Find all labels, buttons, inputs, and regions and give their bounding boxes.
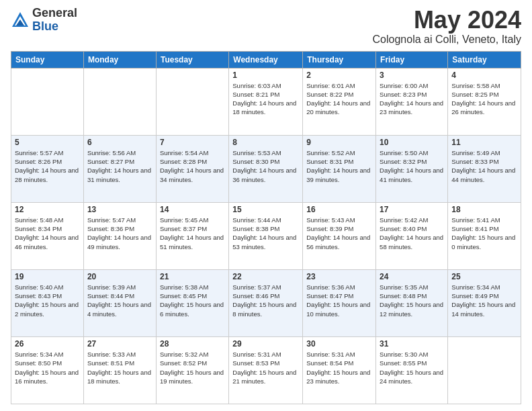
day-info: Sunrise: 5:58 AM Sunset: 8:25 PM Dayligh… [451, 81, 517, 117]
col-saturday: Saturday [448, 51, 521, 68]
calendar-cell: 27Sunrise: 5:33 AM Sunset: 8:51 PM Dayli… [83, 336, 156, 404]
calendar-cell [83, 68, 156, 135]
day-number: 1 [232, 71, 299, 80]
calendar-cell: 12Sunrise: 5:48 AM Sunset: 8:34 PM Dayli… [11, 202, 84, 269]
day-number: 4 [451, 71, 517, 80]
day-number: 2 [306, 71, 372, 80]
calendar-cell: 17Sunrise: 5:42 AM Sunset: 8:40 PM Dayli… [376, 202, 448, 269]
calendar-cell: 28Sunrise: 5:32 AM Sunset: 8:52 PM Dayli… [156, 336, 228, 404]
day-number: 16 [306, 205, 372, 214]
month-title: May 2024 [373, 7, 521, 34]
calendar-cell [11, 68, 84, 135]
calendar-cell: 20Sunrise: 5:39 AM Sunset: 8:44 PM Dayli… [83, 269, 156, 336]
col-monday: Monday [83, 51, 156, 68]
day-info: Sunrise: 5:37 AM Sunset: 8:46 PM Dayligh… [232, 283, 299, 318]
day-number: 25 [451, 272, 517, 281]
calendar-cell: 6Sunrise: 5:56 AM Sunset: 8:27 PM Daylig… [83, 135, 156, 202]
day-info: Sunrise: 5:32 AM Sunset: 8:52 PM Dayligh… [160, 350, 225, 385]
day-info: Sunrise: 5:33 AM Sunset: 8:51 PM Dayligh… [87, 350, 152, 385]
logo-blue: Blue [32, 20, 77, 34]
day-number: 7 [160, 138, 225, 147]
calendar-cell: 25Sunrise: 5:34 AM Sunset: 8:49 PM Dayli… [448, 269, 521, 336]
day-info: Sunrise: 6:00 AM Sunset: 8:23 PM Dayligh… [380, 81, 444, 117]
calendar-cell: 11Sunrise: 5:49 AM Sunset: 8:33 PM Dayli… [448, 135, 521, 202]
day-info: Sunrise: 5:30 AM Sunset: 8:55 PM Dayligh… [380, 350, 444, 385]
calendar-cell: 14Sunrise: 5:45 AM Sunset: 8:37 PM Dayli… [156, 202, 228, 269]
calendar-cell: 15Sunrise: 5:44 AM Sunset: 8:38 PM Dayli… [229, 202, 303, 269]
day-number: 27 [87, 339, 152, 349]
calendar-cell: 31Sunrise: 5:30 AM Sunset: 8:55 PM Dayli… [376, 336, 448, 404]
day-info: Sunrise: 6:03 AM Sunset: 8:21 PM Dayligh… [232, 81, 299, 117]
day-number: 3 [380, 71, 444, 80]
calendar-week-row: 1Sunrise: 6:03 AM Sunset: 8:21 PM Daylig… [11, 68, 521, 135]
day-number: 20 [87, 272, 152, 281]
calendar-cell [448, 336, 521, 404]
day-info: Sunrise: 5:36 AM Sunset: 8:47 PM Dayligh… [306, 283, 372, 318]
calendar-cell: 2Sunrise: 6:01 AM Sunset: 8:22 PM Daylig… [303, 68, 376, 135]
title-block: May 2024 Colognola ai Colli, Veneto, Ita… [373, 7, 521, 46]
calendar-cell: 5Sunrise: 5:57 AM Sunset: 8:26 PM Daylig… [11, 135, 84, 202]
day-info: Sunrise: 5:54 AM Sunset: 8:28 PM Dayligh… [160, 148, 225, 184]
calendar-week-row: 12Sunrise: 5:48 AM Sunset: 8:34 PM Dayli… [11, 202, 521, 269]
calendar-cell: 9Sunrise: 5:52 AM Sunset: 8:31 PM Daylig… [303, 135, 376, 202]
day-info: Sunrise: 5:42 AM Sunset: 8:40 PM Dayligh… [380, 216, 444, 251]
day-info: Sunrise: 5:53 AM Sunset: 8:30 PM Dayligh… [232, 148, 299, 184]
calendar-cell: 30Sunrise: 5:31 AM Sunset: 8:54 PM Dayli… [303, 336, 376, 404]
calendar-cell: 10Sunrise: 5:50 AM Sunset: 8:32 PM Dayli… [376, 135, 448, 202]
calendar-cell: 18Sunrise: 5:41 AM Sunset: 8:41 PM Dayli… [448, 202, 521, 269]
calendar-cell: 19Sunrise: 5:40 AM Sunset: 8:43 PM Dayli… [11, 269, 84, 336]
calendar-cell: 21Sunrise: 5:38 AM Sunset: 8:45 PM Dayli… [156, 269, 228, 336]
day-number: 31 [380, 339, 444, 349]
col-wednesday: Wednesday [229, 51, 303, 68]
header: General Blue May 2024 Colognola ai Colli… [11, 7, 521, 46]
location-title: Colognola ai Colli, Veneto, Italy [373, 34, 521, 46]
logo-icon [11, 11, 30, 30]
day-info: Sunrise: 5:57 AM Sunset: 8:26 PM Dayligh… [15, 148, 80, 184]
header-row: Sunday Monday Tuesday Wednesday Thursday… [11, 51, 521, 68]
day-info: Sunrise: 5:48 AM Sunset: 8:34 PM Dayligh… [15, 216, 80, 251]
day-info: Sunrise: 5:49 AM Sunset: 8:33 PM Dayligh… [451, 148, 517, 184]
logo-text: General Blue [32, 7, 77, 34]
calendar-body: 1Sunrise: 6:03 AM Sunset: 8:21 PM Daylig… [11, 68, 521, 404]
calendar-cell: 8Sunrise: 5:53 AM Sunset: 8:30 PM Daylig… [229, 135, 303, 202]
day-number: 18 [451, 205, 517, 214]
calendar-cell: 26Sunrise: 5:34 AM Sunset: 8:50 PM Dayli… [11, 336, 84, 404]
day-number: 23 [306, 272, 372, 281]
calendar-cell: 3Sunrise: 6:00 AM Sunset: 8:23 PM Daylig… [376, 68, 448, 135]
calendar-cell [156, 68, 228, 135]
day-number: 5 [15, 138, 80, 147]
day-number: 30 [306, 339, 372, 349]
day-number: 26 [15, 339, 80, 349]
day-info: Sunrise: 5:52 AM Sunset: 8:31 PM Dayligh… [306, 148, 372, 184]
day-number: 8 [232, 138, 299, 147]
col-sunday: Sunday [11, 51, 84, 68]
day-number: 10 [380, 138, 444, 147]
day-number: 19 [15, 272, 80, 281]
calendar-week-row: 26Sunrise: 5:34 AM Sunset: 8:50 PM Dayli… [11, 336, 521, 404]
day-info: Sunrise: 5:34 AM Sunset: 8:50 PM Dayligh… [15, 350, 80, 385]
day-info: Sunrise: 6:01 AM Sunset: 8:22 PM Dayligh… [306, 81, 372, 117]
calendar-week-row: 19Sunrise: 5:40 AM Sunset: 8:43 PM Dayli… [11, 269, 521, 336]
calendar-cell: 13Sunrise: 5:47 AM Sunset: 8:36 PM Dayli… [83, 202, 156, 269]
col-thursday: Thursday [303, 51, 376, 68]
day-info: Sunrise: 5:45 AM Sunset: 8:37 PM Dayligh… [160, 216, 225, 251]
day-number: 21 [160, 272, 225, 281]
day-info: Sunrise: 5:43 AM Sunset: 8:39 PM Dayligh… [306, 216, 372, 251]
calendar-cell: 7Sunrise: 5:54 AM Sunset: 8:28 PM Daylig… [156, 135, 228, 202]
calendar-cell: 1Sunrise: 6:03 AM Sunset: 8:21 PM Daylig… [229, 68, 303, 135]
calendar-cell: 4Sunrise: 5:58 AM Sunset: 8:25 PM Daylig… [448, 68, 521, 135]
day-info: Sunrise: 5:40 AM Sunset: 8:43 PM Dayligh… [15, 283, 80, 318]
day-info: Sunrise: 5:41 AM Sunset: 8:41 PM Dayligh… [451, 216, 517, 251]
day-number: 17 [380, 205, 444, 214]
calendar-header: Sunday Monday Tuesday Wednesday Thursday… [11, 51, 521, 68]
day-info: Sunrise: 5:56 AM Sunset: 8:27 PM Dayligh… [87, 148, 152, 184]
day-info: Sunrise: 5:35 AM Sunset: 8:48 PM Dayligh… [380, 283, 444, 318]
calendar-cell: 22Sunrise: 5:37 AM Sunset: 8:46 PM Dayli… [229, 269, 303, 336]
day-number: 9 [306, 138, 372, 147]
calendar-cell: 24Sunrise: 5:35 AM Sunset: 8:48 PM Dayli… [376, 269, 448, 336]
day-number: 15 [232, 205, 299, 214]
day-info: Sunrise: 5:38 AM Sunset: 8:45 PM Dayligh… [160, 283, 225, 318]
day-number: 11 [451, 138, 517, 147]
calendar-table: Sunday Monday Tuesday Wednesday Thursday… [11, 51, 521, 404]
day-number: 12 [15, 205, 80, 214]
